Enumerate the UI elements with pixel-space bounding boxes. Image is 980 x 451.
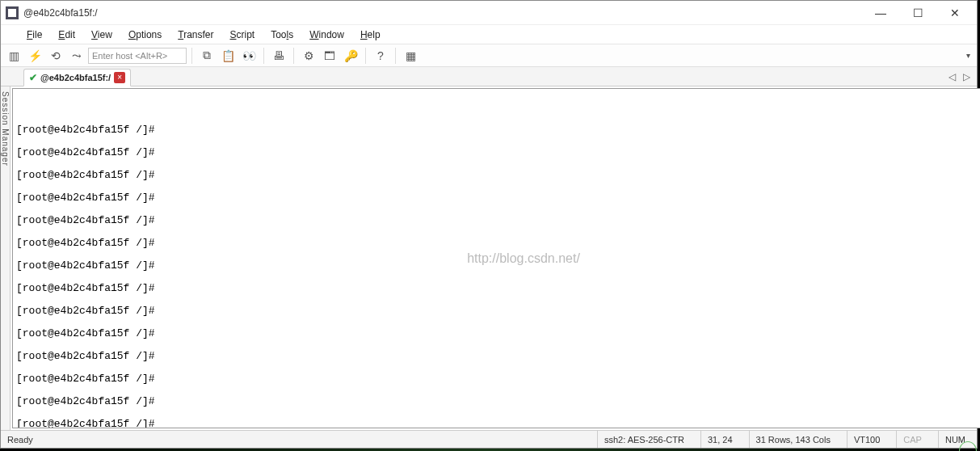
session-tab[interactable]: ✔ @e4b2c4bfa15f:/ × [23,69,131,86]
toolbar-overflow-icon[interactable]: ▾ [962,46,974,65]
titlebar[interactable]: @e4b2c4bfa15f:/ — ☐ ✕ [1,1,977,25]
window-tile-icon[interactable]: ▦ [401,46,420,65]
close-button[interactable]: ✕ [936,1,974,25]
maximize-button[interactable]: ☐ [899,1,936,25]
menu-edit[interactable]: Edit [50,27,83,42]
tab-close-button[interactable]: × [114,72,125,83]
menu-file[interactable]: File [19,27,50,42]
global-options-icon[interactable]: 🗔 [320,46,339,65]
separator-1 [191,48,192,64]
app-window: @e4b2c4bfa15f:/ — ☐ ✕ File Edit View Opt… [0,0,978,449]
term-line: [root@e4b2c4bfa15f /]# [16,283,980,294]
quick-connect-icon[interactable]: ⚡ [25,46,44,65]
settings-icon[interactable]: ⚙ [299,46,318,65]
menu-transfer[interactable]: Transfer [170,27,221,42]
disconnect-icon[interactable]: ⤳ [67,46,86,65]
term-line: [root@e4b2c4bfa15f /]# [16,373,980,385]
term-line: [root@e4b2c4bfa15f /]# [16,328,980,339]
terminal[interactable]: http://blog.csdn.net/ [root@e4b2c4bfa15f… [13,89,980,428]
menu-help[interactable]: Help [352,27,389,42]
window-title: @e4b2c4bfa15f:/ [23,7,862,19]
term-line: [root@e4b2c4bfa15f /]# [16,215,980,226]
separator-5 [395,48,396,64]
tab-next-button[interactable]: ▷ [959,71,974,82]
status-caps: CAP [896,431,928,448]
term-line: [root@e4b2c4bfa15f /]# [16,260,980,272]
term-line: [root@e4b2c4bfa15f /]# [16,351,980,362]
separator-2 [263,48,264,64]
term-line: [root@e4b2c4bfa15f /]# [16,396,980,407]
menu-view[interactable]: View [83,27,120,42]
paste-icon[interactable]: 📋 [218,46,238,65]
find-icon[interactable]: 👀 [239,46,259,65]
reconnect-icon[interactable]: ⟲ [46,46,65,65]
tab-prev-button[interactable]: ◁ [944,71,959,82]
print-icon[interactable]: 🖶 [269,46,288,65]
key-icon[interactable]: 🔑 [341,46,360,65]
help-icon[interactable]: ? [371,46,390,65]
menu-tools[interactable]: Tools [263,27,301,42]
term-line: [root@e4b2c4bfa15f /]# [16,419,980,428]
menu-script[interactable]: Script [222,27,263,42]
tab-bar: ✔ @e4b2c4bfa15f:/ × ◁ ▷ [1,67,977,86]
status-connection: ssh2: AES-256-CTR [597,431,691,448]
term-line: [root@e4b2c4bfa15f /]# [16,306,980,317]
copy-icon[interactable]: ⧉ [197,46,217,65]
work-area: Session Manager http://blog.csdn.net/ [r… [1,86,977,430]
window-controls: — ☐ ✕ [862,1,974,25]
minimize-button[interactable]: — [862,1,899,25]
separator-3 [293,48,294,64]
term-line: [root@e4b2c4bfa15f /]# [16,192,980,204]
menubar: File Edit View Options Transfer Script T… [1,25,977,44]
host-input[interactable]: Enter host <Alt+R> [88,48,187,64]
term-line: [root@e4b2c4bfa15f /]# [16,238,980,249]
toolbar: ▥ ⚡ ⟲ ⤳ Enter host <Alt+R> ⧉ 📋 👀 🖶 ⚙ 🗔 🔑… [1,44,977,67]
new-session-icon[interactable]: ▥ [4,46,23,65]
terminal-container: http://blog.csdn.net/ [root@e4b2c4bfa15f… [12,88,980,428]
status-bar: Ready ssh2: AES-256-CTR 31, 24 31 Rows, … [1,430,977,448]
app-icon [6,6,19,19]
term-line: [root@e4b2c4bfa15f /]# [16,170,980,181]
status-term-type: VT100 [847,431,886,448]
separator-4 [365,48,366,64]
menu-window[interactable]: Window [301,27,352,42]
session-manager-panel[interactable]: Session Manager [1,86,11,430]
menu-options[interactable]: Options [120,27,170,42]
term-line: [root@e4b2c4bfa15f /]# [16,147,980,158]
status-cursor-pos: 31, 24 [700,431,739,448]
host-placeholder: Enter host <Alt+R> [92,51,167,61]
status-ready: Ready [6,435,33,445]
connected-icon: ✔ [29,72,37,83]
term-line: [root@e4b2c4bfa15f /]# [16,124,980,136]
status-size: 31 Rows, 143 Cols [749,431,837,448]
tab-label: @e4b2c4bfa15f:/ [40,73,111,82]
